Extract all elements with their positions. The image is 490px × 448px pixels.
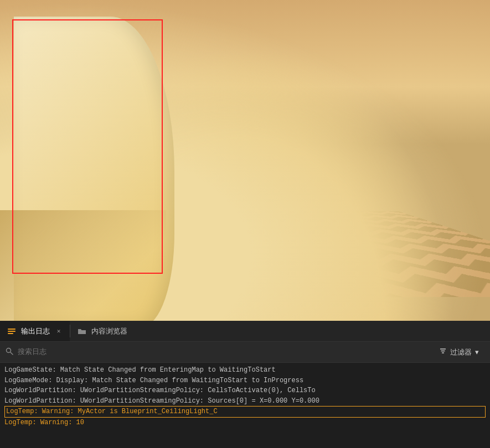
svg-rect-0 [8, 329, 16, 330]
search-icon [6, 347, 13, 357]
log-line: LogGameState: Match State Changed from E… [4, 366, 276, 374]
folder-icon [77, 326, 87, 336]
svg-point-3 [7, 348, 11, 352]
log-line: LogWorldPartition: UWorldPartitionStream… [4, 387, 316, 394]
filter-chevron-icon: ▾ [475, 348, 479, 356]
log-line: LogTemp: Warning: MyActor is Blueprint_C… [4, 406, 486, 418]
filter-label: 过滤器 [450, 347, 472, 357]
svg-rect-1 [8, 331, 16, 332]
svg-rect-2 [8, 333, 13, 334]
filter-icon [439, 347, 447, 357]
log-line: LogGameMode: Display: Match State Change… [4, 377, 303, 384]
log-line: LogTemp: Warning: 10 [4, 419, 84, 426]
log-line: LogWorldPartition: UWorldPartitionStream… [4, 397, 319, 405]
tab-content-browser-label: 内容浏览器 [91, 326, 127, 336]
log-panel: 输出日志 ✕ 内容浏览器 [0, 321, 490, 448]
tab-output-log-label: 输出日志 [21, 326, 50, 336]
filter-button[interactable]: 过滤器 ▾ [434, 345, 484, 360]
log-icon [7, 326, 17, 336]
svg-line-4 [11, 352, 13, 355]
log-content[interactable]: LogGameState: Match State Changed from E… [0, 363, 490, 448]
tab-output-log[interactable]: 输出日志 ✕ [0, 321, 70, 341]
search-input[interactable] [18, 348, 429, 356]
search-bar: 过滤器 ▾ [0, 342, 490, 363]
shadow-overlay [0, 210, 166, 321]
3d-viewport[interactable] [0, 0, 490, 321]
tab-content-browser[interactable]: 内容浏览器 [70, 321, 134, 341]
tab-close-button[interactable]: ✕ [54, 327, 63, 336]
tab-bar: 输出日志 ✕ 内容浏览器 [0, 321, 490, 342]
